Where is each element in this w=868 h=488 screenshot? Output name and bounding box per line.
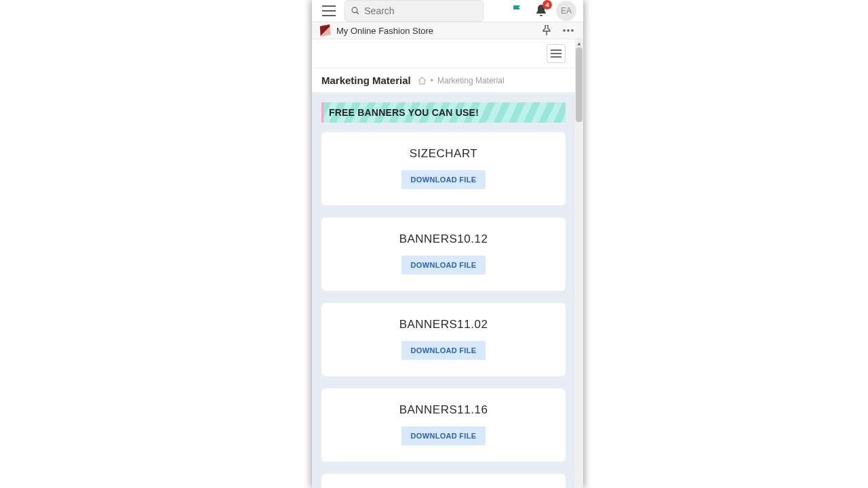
- card-title: SIZECHART: [410, 147, 478, 161]
- notifications-button[interactable]: 4: [532, 1, 551, 20]
- download-button[interactable]: DOWNLOAD FILE: [401, 341, 486, 360]
- download-card: BANNERS11.02 DOWNLOAD FILE: [321, 303, 566, 376]
- pin-icon: [542, 25, 551, 36]
- download-card: BANNERS10.12 DOWNLOAD FILE: [321, 218, 566, 291]
- scrollbar[interactable]: ▲: [575, 39, 583, 488]
- more-icon: [562, 28, 574, 33]
- breadcrumb-current: Marketing Material: [437, 76, 505, 85]
- download-card: BANNERS11.16 DOWNLOAD FILE: [321, 388, 566, 462]
- banner-headline: FREE BANNERS YOU CAN USE!: [329, 107, 479, 118]
- more-button[interactable]: [560, 22, 576, 39]
- card-title: BANNERS11.02: [399, 318, 488, 331]
- page-title: Marketing Material: [321, 75, 411, 86]
- store-bar: My Online Fashion Store: [312, 22, 583, 39]
- notification-badge: 4: [542, 0, 552, 9]
- search-box[interactable]: [344, 0, 484, 22]
- content-scroll: Marketing Material • Marketing Material …: [312, 39, 575, 488]
- download-button[interactable]: DOWNLOAD FILE: [401, 256, 486, 274]
- flag-icon: [512, 5, 523, 17]
- hamburger-icon: [322, 5, 336, 16]
- svg-point-3: [571, 29, 574, 32]
- menu-button[interactable]: [319, 1, 339, 21]
- svg-point-2: [567, 29, 570, 32]
- topbar: 4 EA: [312, 0, 583, 22]
- app-frame: 4 EA My Online Fashion Store Marketing M…: [312, 0, 583, 488]
- home-icon[interactable]: [418, 77, 427, 85]
- breadcrumb-sep: •: [431, 76, 433, 85]
- content-wrap: Marketing Material • Marketing Material …: [312, 39, 583, 488]
- download-card: BANNERS11.30: [321, 474, 566, 488]
- download-button[interactable]: DOWNLOAD FILE: [401, 170, 486, 189]
- scroll-up-arrow[interactable]: ▲: [575, 39, 583, 47]
- breadcrumb-row: Marketing Material • Marketing Material: [312, 68, 575, 93]
- panel-menu-button[interactable]: [547, 44, 566, 63]
- hamburger-icon: [551, 49, 561, 58]
- panel-header: [312, 39, 575, 68]
- store-logo-icon: [319, 24, 331, 37]
- search-icon: [351, 5, 360, 16]
- card-title: BANNERS11.16: [399, 403, 488, 417]
- download-card: SIZECHART DOWNLOAD FILE: [321, 132, 566, 205]
- banner-strip: FREE BANNERS YOU CAN USE!: [321, 102, 566, 123]
- breadcrumb: • Marketing Material: [418, 76, 505, 85]
- pin-button[interactable]: [538, 22, 555, 39]
- card-list: SIZECHART DOWNLOAD FILE BANNERS10.12 DOW…: [312, 123, 575, 488]
- search-input[interactable]: [364, 5, 477, 16]
- card-title: BANNERS10.12: [399, 232, 488, 246]
- svg-point-0: [352, 7, 357, 13]
- store-name: My Online Fashion Store: [336, 26, 433, 36]
- flag-button[interactable]: [509, 2, 526, 20]
- scroll-thumb[interactable]: [576, 47, 583, 122]
- svg-point-1: [563, 29, 566, 32]
- avatar[interactable]: EA: [556, 1, 576, 21]
- download-button[interactable]: DOWNLOAD FILE: [401, 426, 486, 445]
